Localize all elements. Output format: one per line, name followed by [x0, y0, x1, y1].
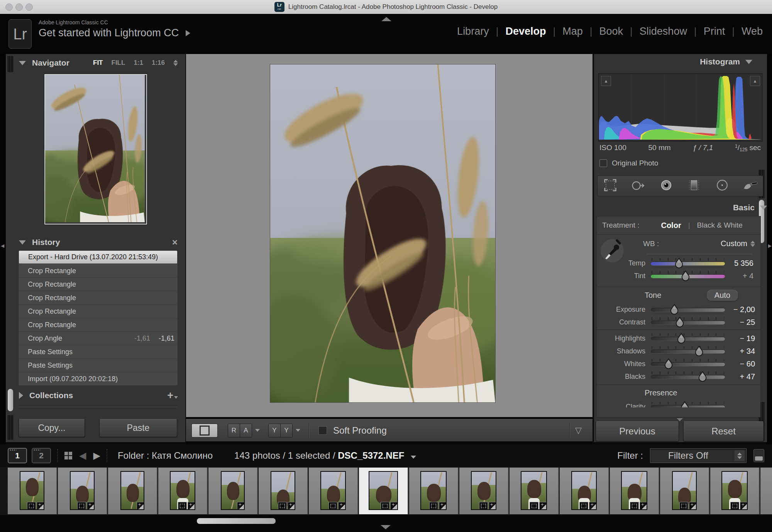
folder-breadcrumb[interactable]: Folder : Катя Смолино — [118, 450, 213, 461]
crop-badge-icon[interactable] — [429, 502, 438, 510]
filmstrip-thumbnail[interactable] — [8, 468, 57, 514]
slider-track[interactable] — [651, 321, 725, 324]
chevron-down-icon[interactable] — [296, 429, 300, 432]
grid-view-icon[interactable] — [64, 452, 72, 459]
collections-header[interactable]: Collections + — [19, 388, 178, 403]
history-item[interactable]: Crop Rectangle — [19, 278, 178, 291]
wb-preset-dropdown[interactable]: Custom — [721, 239, 755, 248]
adjustment-badge-icon[interactable] — [439, 502, 447, 510]
zoom-mode-fit[interactable]: FIT — [93, 59, 103, 67]
basic-header[interactable]: Basic — [594, 200, 772, 215]
history-item[interactable]: Import (09.07.2020 20:02:18) — [19, 372, 178, 385]
module-tab-slideshow[interactable]: Slideshow — [639, 23, 688, 40]
treatment-color-button[interactable]: Color — [661, 221, 681, 230]
slider-thumb[interactable] — [675, 317, 685, 329]
crop-badge-icon[interactable] — [27, 502, 36, 510]
navigator-header[interactable]: Navigator FITFILL1:11:16 — [19, 55, 178, 71]
selection-info[interactable]: 143 photos / 1 selected / DSC_5372.NEF — [234, 450, 416, 461]
histogram-panel[interactable]: ▲ ▲ — [598, 73, 763, 142]
add-collection-button[interactable]: + — [167, 392, 178, 399]
secondary-monitor-button[interactable]: 2 — [32, 448, 51, 463]
module-tab-develop[interactable]: Develop — [505, 23, 547, 40]
left-scrollbar-thumb[interactable] — [8, 389, 13, 411]
stepper-icon[interactable] — [173, 60, 178, 66]
red-eye-icon[interactable] — [658, 177, 674, 194]
radial-filter-icon[interactable] — [714, 177, 730, 194]
history-item[interactable]: Crop Rectangle — [19, 264, 178, 278]
crop-badge-icon[interactable] — [530, 502, 538, 510]
adjustment-badge-icon[interactable] — [589, 502, 597, 510]
crop-badge-icon[interactable] — [381, 502, 389, 510]
show-left-panel-icon[interactable]: ◀ — [1, 243, 4, 248]
slider-thumb[interactable] — [694, 346, 704, 358]
zoom-mode-1:16[interactable]: 1:16 — [152, 59, 165, 67]
histogram-header[interactable]: Histogram — [594, 54, 767, 69]
history-item[interactable]: Export - Hard Drive (13.07.2020 21:53:49… — [19, 251, 177, 264]
adjustment-badge-icon[interactable] — [640, 502, 647, 510]
filmstrip-scrollbar-thumb[interactable] — [197, 518, 276, 524]
filmstrip-thumbnail[interactable] — [409, 468, 459, 514]
clear-history-icon[interactable]: ✕ — [172, 238, 178, 247]
filmstrip-thumbnail[interactable] — [158, 468, 208, 514]
minimize-window-icon[interactable] — [15, 3, 23, 11]
expand-collections-icon[interactable] — [19, 392, 23, 399]
crop-badge-icon[interactable] — [278, 502, 287, 510]
close-window-icon[interactable] — [5, 3, 13, 11]
filmstrip-thumbnail[interactable] — [710, 468, 760, 514]
adjustment-badge-icon[interactable] — [288, 502, 295, 510]
previous-photo-icon[interactable]: ◀ — [79, 450, 86, 461]
soft-proofing-checkbox[interactable] — [318, 426, 327, 435]
slider-track[interactable] — [651, 337, 725, 341]
adjustment-badge-icon[interactable] — [237, 502, 245, 510]
module-tab-library[interactable]: Library — [456, 23, 490, 40]
collapse-histogram-icon[interactable] — [745, 60, 752, 64]
treatment-bw-button[interactable]: Black & White — [697, 221, 743, 230]
history-item[interactable]: Crop Rectangle — [19, 291, 178, 305]
collapse-history-icon[interactable] — [19, 240, 26, 245]
adjustment-badge-icon[interactable] — [740, 502, 748, 510]
adjustment-badge-icon[interactable] — [188, 502, 195, 510]
history-header[interactable]: History ✕ — [19, 235, 178, 250]
filmstrip-thumbnail[interactable] — [560, 468, 609, 514]
collapse-top-panel-icon[interactable] — [381, 17, 391, 21]
chevron-down-icon[interactable] — [255, 429, 260, 432]
crop-overlay-icon[interactable] — [602, 177, 618, 194]
filmstrip-thumbnail[interactable] — [309, 468, 358, 514]
zoom-window-icon[interactable] — [25, 3, 33, 11]
get-started-banner[interactable]: Get started with Lightroom CC — [39, 27, 190, 39]
history-item[interactable]: Crop Angle-1,61-1,61 — [19, 332, 178, 345]
left-edge-strip[interactable]: ◀ — [0, 54, 6, 444]
crop-badge-icon[interactable] — [730, 502, 739, 510]
slider-thumb[interactable] — [698, 371, 708, 383]
before-after-letter[interactable]: Y — [280, 424, 292, 437]
filmstrip-thumbnail[interactable] — [459, 468, 509, 514]
next-photo-icon[interactable]: ▶ — [93, 450, 100, 461]
primary-monitor-button[interactable]: 1 — [8, 448, 27, 463]
slider-thumb[interactable] — [676, 333, 686, 345]
copy-button[interactable]: Copy... — [19, 419, 85, 437]
crop-badge-icon[interactable] — [77, 502, 86, 510]
slider-thumb[interactable] — [669, 304, 679, 316]
filmstrip-thumbnail[interactable] — [108, 468, 157, 514]
adjustment-badge-icon[interactable] — [539, 502, 547, 510]
crop-badge-icon[interactable] — [630, 502, 639, 510]
zoom-mode-1:1[interactable]: 1:1 — [134, 59, 143, 67]
history-item[interactable]: Crop Rectangle — [19, 305, 178, 318]
adjustment-badge-icon[interactable] — [689, 502, 697, 510]
highlight-clipping-icon[interactable]: ▲ — [750, 76, 760, 86]
slider-track[interactable] — [651, 262, 725, 265]
filmstrip-thumbnail[interactable] — [510, 468, 559, 514]
slider-thumb[interactable] — [680, 401, 690, 407]
auto-tone-button[interactable]: Auto — [707, 290, 738, 301]
adjustment-badge-icon[interactable] — [87, 502, 95, 510]
history-item[interactable]: Paste Settings — [19, 359, 178, 372]
loupe-view-button[interactable] — [191, 424, 218, 437]
filmstrip-thumbnail[interactable] — [660, 468, 709, 514]
adjustment-badge-icon[interactable] — [489, 502, 496, 510]
filmstrip-thumbnail[interactable] — [259, 468, 308, 514]
crop-badge-icon[interactable] — [328, 502, 337, 510]
adjustment-badge-icon[interactable] — [137, 502, 144, 510]
history-item[interactable]: Crop Rectangle — [19, 318, 178, 332]
module-tab-map[interactable]: Map — [562, 23, 584, 40]
shadow-clipping-icon[interactable]: ▲ — [601, 76, 611, 86]
